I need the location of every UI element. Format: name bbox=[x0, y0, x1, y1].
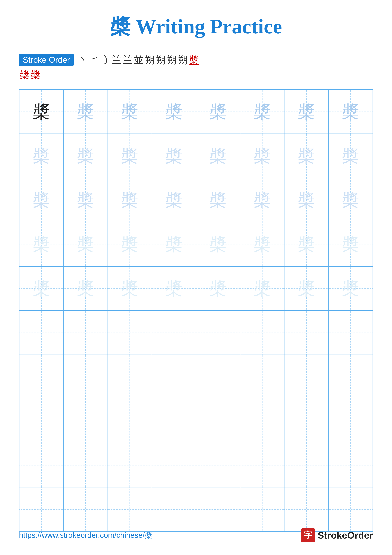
grid-cell-8-5 bbox=[196, 399, 240, 443]
grid-cell-5-3: 槳 bbox=[108, 266, 152, 311]
footer-logo: 字 StrokeOrder bbox=[301, 528, 373, 542]
grid-cell-1-6: 槳 bbox=[240, 89, 284, 134]
grid-cell-5-5: 槳 bbox=[196, 266, 240, 311]
stroke-3: ㇁ bbox=[100, 53, 110, 66]
grid-cell-5-6: 槳 bbox=[240, 266, 284, 311]
char-guide: 槳 bbox=[254, 188, 271, 212]
char-dark: 槳 bbox=[33, 100, 50, 124]
strokeorder-logo-icon: 字 bbox=[301, 528, 315, 542]
stroke-line2-2: 槳 bbox=[31, 68, 41, 81]
grid-cell-8-8 bbox=[328, 399, 373, 443]
grid-cell-9-8 bbox=[328, 443, 373, 487]
grid-row-3: 槳 槳 槳 槳 槳 槳 槳 槳 bbox=[19, 178, 373, 222]
stroke-5: 兰 bbox=[123, 53, 133, 66]
grid-cell-1-8: 槳 bbox=[328, 89, 373, 134]
grid-cell-3-6: 槳 bbox=[240, 178, 284, 222]
grid-cell-10-3 bbox=[108, 487, 152, 531]
char-guide: 槳 bbox=[33, 144, 50, 168]
stroke-order-section: Stroke Order 丶 ㇀ ㇁ 兰 兰 並 朔 朔 朔 朔 槳 槳 槳 bbox=[19, 53, 373, 81]
page-title: 槳 Writing Practice bbox=[110, 13, 282, 41]
grid-cell-2-6: 槳 bbox=[240, 134, 284, 178]
grid-cell-6-2 bbox=[64, 311, 107, 355]
grid-cell-7-5 bbox=[196, 355, 240, 399]
char-guide: 槳 bbox=[33, 232, 50, 256]
stroke-2: ㇀ bbox=[90, 53, 99, 66]
grid-cell-2-1: 槳 bbox=[19, 134, 64, 178]
grid-cell-9-5 bbox=[196, 443, 240, 487]
grid-cell-3-5: 槳 bbox=[196, 178, 240, 222]
page: 槳 Writing Practice Stroke Order 丶 ㇀ ㇁ 兰 … bbox=[0, 0, 392, 555]
grid-cell-5-4: 槳 bbox=[152, 266, 196, 311]
stroke-8: 朔 bbox=[156, 53, 166, 66]
grid-cell-5-8: 槳 bbox=[328, 266, 373, 311]
grid-cell-4-3: 槳 bbox=[108, 222, 152, 266]
char-guide: 槳 bbox=[298, 144, 315, 168]
stroke-4: 兰 bbox=[112, 53, 121, 66]
grid-cell-8-7 bbox=[284, 399, 328, 443]
char-guide: 槳 bbox=[121, 232, 138, 256]
grid-row-5: 槳 槳 槳 槳 槳 槳 槳 槳 bbox=[19, 266, 373, 311]
char-guide: 槳 bbox=[342, 144, 359, 168]
grid-cell-1-7: 槳 bbox=[284, 89, 328, 134]
grid-cell-7-8 bbox=[328, 355, 373, 399]
char-guide: 槳 bbox=[298, 232, 315, 256]
char-guide: 槳 bbox=[209, 188, 227, 212]
grid-cell-9-2 bbox=[64, 443, 107, 487]
stroke-order-badge: Stroke Order bbox=[19, 54, 74, 66]
char-guide: 槳 bbox=[254, 144, 271, 168]
grid-cell-3-2: 槳 bbox=[64, 178, 107, 222]
grid-cell-4-6: 槳 bbox=[240, 222, 284, 266]
grid-cell-9-6 bbox=[240, 443, 284, 487]
grid-cell-7-6 bbox=[240, 355, 284, 399]
char-guide: 槳 bbox=[342, 232, 359, 256]
char-guide: 槳 bbox=[298, 100, 315, 124]
char-guide: 槳 bbox=[209, 277, 227, 300]
footer-url[interactable]: https://www.strokeorder.com/chinese/槳 bbox=[19, 530, 152, 540]
char-guide: 槳 bbox=[165, 144, 183, 168]
grid-cell-7-1 bbox=[19, 355, 64, 399]
grid-cell-3-3: 槳 bbox=[108, 178, 152, 222]
stroke-6: 並 bbox=[134, 53, 143, 66]
grid-cell-4-7: 槳 bbox=[284, 222, 328, 266]
grid-row-6 bbox=[19, 311, 373, 355]
grid-cell-4-8: 槳 bbox=[328, 222, 373, 266]
grid-cell-4-2: 槳 bbox=[64, 222, 107, 266]
grid-row-4: 槳 槳 槳 槳 槳 槳 槳 槳 bbox=[19, 222, 373, 266]
char-guide: 槳 bbox=[342, 188, 359, 212]
grid-cell-1-1: 槳 bbox=[19, 89, 64, 134]
grid-row-8 bbox=[19, 399, 373, 443]
grid-row-10 bbox=[19, 487, 373, 531]
stroke-7: 朔 bbox=[145, 53, 155, 66]
grid-cell-10-7 bbox=[284, 487, 328, 531]
grid-cell-10-4 bbox=[152, 487, 196, 531]
grid-cell-9-1 bbox=[19, 443, 64, 487]
stroke-10: 朔 bbox=[178, 53, 188, 66]
grid-cell-6-1 bbox=[19, 311, 64, 355]
char-guide: 槳 bbox=[77, 188, 94, 212]
grid-cell-6-3 bbox=[108, 311, 152, 355]
grid-cell-8-1 bbox=[19, 399, 64, 443]
grid-cell-2-2: 槳 bbox=[64, 134, 107, 178]
char-guide: 槳 bbox=[77, 277, 94, 300]
char-guide: 槳 bbox=[121, 100, 138, 124]
char-guide: 槳 bbox=[33, 277, 50, 300]
grid-cell-10-5 bbox=[196, 487, 240, 531]
grid-cell-10-2 bbox=[64, 487, 107, 531]
grid-row-7 bbox=[19, 355, 373, 399]
grid-cell-7-4 bbox=[152, 355, 196, 399]
char-guide: 槳 bbox=[33, 188, 50, 212]
grid-cell-6-4 bbox=[152, 311, 196, 355]
grid-cell-9-7 bbox=[284, 443, 328, 487]
grid-cell-9-4 bbox=[152, 443, 196, 487]
grid-cell-5-1: 槳 bbox=[19, 266, 64, 311]
grid-cell-10-6 bbox=[240, 487, 284, 531]
grid-cell-1-3: 槳 bbox=[108, 89, 152, 134]
grid-cell-1-2: 槳 bbox=[64, 89, 107, 134]
grid-cell-8-6 bbox=[240, 399, 284, 443]
grid-cell-10-8 bbox=[328, 487, 373, 531]
grid-cell-6-8 bbox=[328, 311, 373, 355]
practice-grid: 槳 槳 槳 槳 槳 槳 槳 槳 槳 槳 槳 槳 槳 槳 槳 槳 槳 槳 槳 槳 … bbox=[19, 89, 373, 532]
footer: https://www.strokeorder.com/chinese/槳 字 … bbox=[19, 528, 373, 542]
char-guide: 槳 bbox=[121, 188, 138, 212]
grid-cell-3-7: 槳 bbox=[284, 178, 328, 222]
